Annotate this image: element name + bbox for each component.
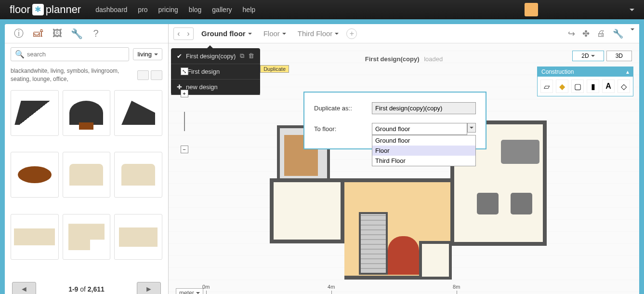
view-2d-button[interactable]: 2D [572, 51, 604, 61]
room-entry[interactable] [388, 236, 419, 275]
room-kitchen[interactable] [270, 178, 344, 243]
floor-select[interactable]: Ground floor Ground floor Floor Third Fl… [372, 123, 476, 135]
logo-icon [32, 4, 44, 15]
construction-panel: Construction ▴ ▱ ◆ ▢ ▮ A ◇ [537, 67, 633, 96]
chevron-down-icon[interactable] [630, 9, 634, 11]
canvas-area[interactable]: ‹ › Ground floor Floor Third Floor + ↪ ✤… [169, 24, 639, 294]
panel-header[interactable]: Construction ▴ [538, 67, 633, 77]
select-option[interactable]: Floor [372, 146, 475, 156]
chevron-down-icon[interactable] [467, 123, 476, 133]
floor-tab-floor[interactable]: Floor [260, 27, 290, 40]
tooltip: Duplicate [260, 65, 289, 73]
dialog-row-name: Duplicate as:: [314, 102, 476, 114]
dialog-label-name: Duplicate as:: [314, 105, 372, 112]
ruler-horizontal: meter 0m 4m 8m [176, 288, 457, 294]
zoom-out-button[interactable]: − [181, 146, 188, 153]
view-3d-button[interactable]: 3D [606, 51, 632, 61]
next-page-button[interactable]: ► [137, 282, 161, 294]
collapse-icon[interactable]: ▴ [626, 68, 629, 75]
ruler-vertical: ⤡ + − [178, 67, 190, 164]
select-value: Ground floor [372, 123, 467, 135]
door-tool-icon[interactable]: ▮ [587, 80, 599, 93]
wrench-icon[interactable]: 🔧 [613, 28, 623, 39]
category-select[interactable]: living [133, 48, 162, 60]
furniture-armchair[interactable] [511, 193, 532, 214]
text-tool-icon[interactable]: A [602, 80, 615, 93]
search-input[interactable] [27, 51, 125, 58]
top-nav: floor planner dashboard pro pricing blog… [0, 0, 644, 19]
furniture-item[interactable] [63, 214, 111, 260]
canvas-toolbar: ‹ › Ground floor Floor Third Floor + ↪ ✤… [169, 24, 639, 43]
nav-right-button[interactable]: › [184, 28, 193, 40]
share-icon[interactable]: ✤ [582, 28, 590, 39]
prev-page-button[interactable]: ◄ [12, 282, 36, 294]
ruler-mark: 8m [453, 284, 460, 290]
furniture-item[interactable] [11, 90, 59, 136]
nav-help[interactable]: help [243, 6, 255, 13]
logo[interactable]: floor planner [10, 3, 81, 16]
view-mode-toggle: 2D 3D [572, 51, 632, 61]
pagination: ◄ 1-9 of 2,611 ► [5, 277, 168, 294]
furniture-grid [5, 85, 168, 277]
zoom-in-button[interactable]: + [181, 90, 188, 97]
floor-tool-icon[interactable]: ◆ [556, 80, 568, 93]
select-option[interactable]: Ground floor [372, 135, 475, 146]
view-2d-icon[interactable] [151, 70, 162, 80]
view-3d-icon[interactable] [137, 70, 149, 80]
furniture-icon[interactable]: 🛋 [31, 27, 45, 40]
gallery-icon[interactable]: 🖼 [51, 27, 64, 40]
search-box[interactable]: 🔍 [11, 47, 129, 61]
duplicate-dialog: Duplicate as:: To floor: Ground floor Gr… [303, 92, 486, 149]
furniture-item[interactable] [11, 214, 59, 260]
redo-icon[interactable]: ↪ [568, 28, 575, 39]
unit-select[interactable]: meter [176, 288, 203, 294]
nav-arrows: ‹ › [173, 27, 194, 40]
zoom-direction-button[interactable]: ⤡ [181, 67, 188, 75]
nav-gallery[interactable]: gallery [212, 6, 232, 13]
sidebar: ⓘ 🛋 🖼 🔧 ? 🔍 living blackandwhite, living… [5, 24, 169, 294]
nav-pricing[interactable]: pricing [158, 6, 178, 13]
nav-left-button[interactable]: ‹ [174, 28, 184, 40]
select-option[interactable]: Third Floor [372, 156, 475, 166]
page-total: 2,611 [88, 285, 105, 293]
floor-tab-third[interactable]: Third Floor [294, 27, 343, 40]
help-icon[interactable]: ? [89, 27, 103, 40]
tags-text: blackandwhite, living, symbols, livingro… [11, 67, 137, 83]
tools-icon[interactable]: 🔧 [70, 27, 83, 40]
nav-blog[interactable]: blog [189, 6, 201, 13]
view-mode-label: 3D [616, 53, 623, 59]
check-icon: ✔ [177, 53, 182, 60]
chevron-down-icon [335, 33, 339, 35]
design-name: First design [187, 68, 220, 75]
room-wc[interactable] [419, 241, 452, 280]
print-icon[interactable]: 🖨 [597, 28, 605, 39]
chevron-down-icon [282, 33, 286, 35]
nav-dashboard[interactable]: dashboard [95, 6, 127, 13]
furniture-item[interactable] [114, 90, 162, 136]
furniture-item[interactable] [63, 152, 111, 198]
dimension-tool-icon[interactable]: ◇ [618, 80, 630, 93]
duplicate-name-input[interactable] [372, 102, 476, 114]
duplicate-icon[interactable]: ⧉ [240, 52, 244, 60]
nav-pro[interactable]: pro [138, 6, 147, 13]
furniture-sofa[interactable] [501, 140, 539, 164]
delete-icon[interactable]: 🗑 [248, 52, 254, 60]
design-menu-item[interactable]: ✔ First design(copy) ⧉ 🗑 [171, 48, 260, 64]
info-icon[interactable]: ⓘ [12, 27, 26, 40]
furniture-item[interactable] [114, 214, 162, 260]
wall-tool-icon[interactable]: ▱ [540, 80, 553, 93]
add-floor-button[interactable]: + [346, 28, 357, 39]
user-area[interactable] [525, 3, 634, 16]
ruler-track [184, 112, 185, 131]
design-status: loaded [424, 55, 443, 63]
furniture-item[interactable] [114, 152, 162, 198]
furniture-item[interactable] [63, 90, 111, 136]
furniture-item[interactable] [11, 152, 59, 198]
logo-text-left: floor [10, 3, 30, 16]
stairs[interactable] [359, 212, 388, 275]
floor-tab-ground[interactable]: Ground floor [197, 27, 256, 40]
new-design-label: new design [186, 83, 218, 91]
window-tool-icon[interactable]: ▢ [571, 80, 584, 93]
furniture-armchair[interactable] [477, 193, 499, 214]
unit-label: meter [179, 290, 194, 294]
